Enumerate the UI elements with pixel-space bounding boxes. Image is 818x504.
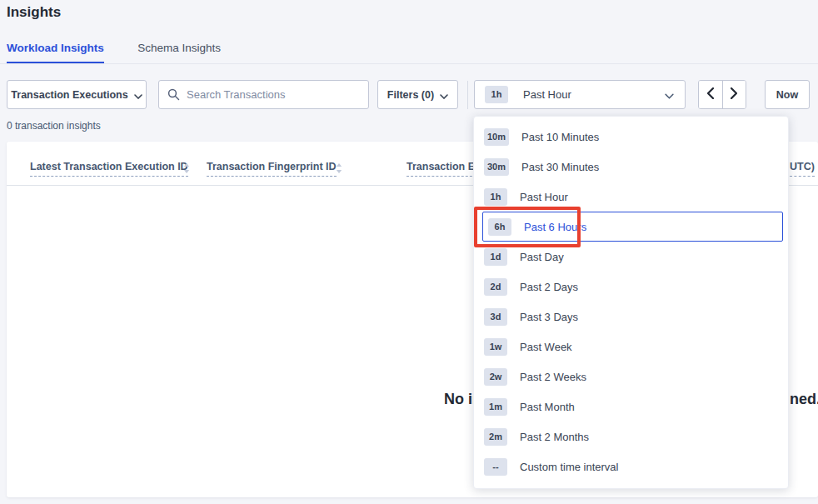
time-step-buttons [698,80,746,109]
time-option-badge: 1w [484,338,507,356]
time-option[interactable]: 2m Past 2 Months [474,422,788,452]
time-option[interactable]: 2d Past 2 Days [474,272,788,302]
filters-button[interactable]: Filters (0) [377,80,458,109]
time-interval-dropdown: 10m Past 10 Minutes 30m Past 30 Minutes … [473,116,789,489]
time-option-badge: 10m [484,128,509,146]
time-option-label: Past Day [520,251,564,263]
column-header-latest-transaction-execution-id[interactable]: Latest Transaction Execution ID [30,161,188,177]
prev-interval-button[interactable] [699,81,723,108]
time-option[interactable]: 10m Past 10 Minutes [474,122,788,152]
time-option[interactable]: 3d Past 3 Days [474,302,788,332]
chevron-down-icon [134,90,142,102]
annotation-highlight-box [474,207,581,247]
time-interval-badge: 1h [485,86,508,103]
insights-count: 0 transaction insights [7,120,101,132]
time-option-badge: 1h [484,188,507,206]
time-option-badge: 2w [484,368,507,386]
page-title: Insights [7,4,61,21]
time-option-label: Past 2 Weeks [520,371,586,383]
chevron-left-icon [707,87,714,102]
time-option-label: Past Hour [520,191,568,203]
sort-icon[interactable] [183,162,190,177]
time-option-label: Past 2 Months [520,431,589,443]
chevron-down-icon [665,89,674,102]
chevron-right-icon [731,87,737,102]
empty-message-fragment-right: ned. [790,391,818,408]
time-option[interactable]: 1m Past Month [474,392,788,422]
time-option-badge: 1d [484,248,507,266]
time-option-badge: 2d [484,278,507,296]
time-interval-label: Past Hour [523,88,571,101]
time-option-label: Custom time interval [520,461,618,473]
time-option[interactable]: -- Custom time interval [474,452,788,482]
column-header-transaction-execution-truncated[interactable]: Transaction Ex [407,161,481,177]
search-input[interactable] [187,88,360,101]
time-option-badge: 2m [484,428,507,446]
time-option[interactable]: 2w Past 2 Weeks [474,362,788,392]
time-option-label: Past 2 Days [520,281,578,293]
tab-bar: Workload Insights Schema Insights [0,33,818,64]
chevron-down-icon [440,90,448,102]
time-option-label: Past Week [520,341,572,353]
time-option-badge: 1m [484,398,507,416]
search-icon [167,88,180,101]
insight-type-select[interactable]: Transaction Executions [7,80,147,109]
time-interval-select[interactable]: 1h Past Hour [474,80,686,109]
time-option-label: Past Month [520,401,575,413]
column-header-transaction-fingerprint-id[interactable]: Transaction Fingerprint ID [207,161,337,177]
search-box[interactable] [158,80,369,109]
time-option[interactable]: 30m Past 30 Minutes [474,152,788,182]
tab-workload-insights[interactable]: Workload Insights [7,33,104,63]
tab-schema-insights[interactable]: Schema Insights [137,33,221,63]
time-option-badge: -- [484,458,507,476]
now-button[interactable]: Now [765,80,810,109]
time-option-badge: 30m [484,158,509,176]
insight-type-label: Transaction Executions [11,89,127,101]
filters-label: Filters (0) [387,89,434,101]
insights-page: Insights Workload Insights Schema Insigh… [0,0,818,504]
time-option-label: Past 3 Days [520,311,578,323]
next-interval-button[interactable] [723,81,746,108]
time-option-label: Past 30 Minutes [521,161,599,173]
toolbar-divider [467,81,468,109]
time-option-label: Past 10 Minutes [521,131,599,143]
time-option[interactable]: 1w Past Week [474,332,788,362]
time-option-badge: 3d [484,308,507,326]
sort-icon[interactable] [336,162,342,177]
column-header-utc-truncated[interactable]: UTC) [790,161,815,177]
